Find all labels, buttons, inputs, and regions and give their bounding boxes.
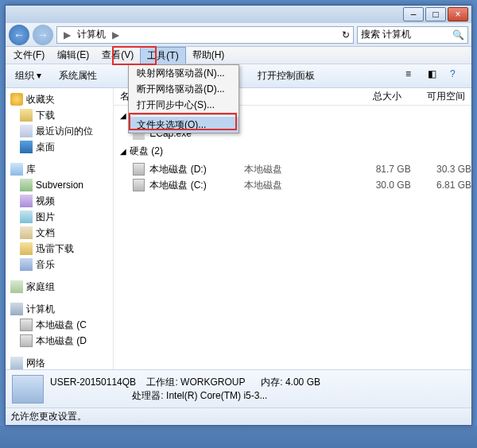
sidebar-item[interactable]: 库: [6, 161, 113, 177]
ic-dl-icon: [20, 242, 33, 255]
breadcrumb-sep-icon: ▶: [64, 29, 71, 41]
collapse-icon: ◢: [120, 111, 126, 120]
col-free[interactable]: 可用空间: [408, 90, 471, 103]
maximize-button[interactable]: □: [425, 7, 446, 21]
sidebar-item[interactable]: 计算机: [6, 301, 113, 317]
computer-thumb-icon: [12, 375, 44, 404]
ic-star-icon: [10, 93, 23, 106]
menu-open-sync-center[interactable]: 打开同步中心(S)...: [129, 97, 238, 113]
title-bar[interactable]: – □ ×: [6, 6, 471, 23]
memory-value: 4.00 GB: [285, 377, 320, 388]
help-icon[interactable]: ?: [449, 68, 467, 85]
address-row: ← → ▶ 计算机 ▶ ↻ 搜索 计算机 🔍: [6, 23, 471, 47]
view-options-icon[interactable]: ≡: [405, 68, 422, 85]
sidebar-item-label: 图片: [36, 210, 55, 224]
memory-label: 内存:: [261, 377, 282, 388]
sidebar-item[interactable]: 桌面: [6, 139, 113, 155]
menu-separator: [132, 114, 235, 115]
menu-help[interactable]: 帮助(H): [186, 47, 231, 64]
list-item[interactable]: 本地磁盘 (D:)本地磁盘81.7 GB30.3 GB: [114, 161, 471, 177]
menu-folder-options[interactable]: 文件夹选项(O)...: [129, 117, 238, 133]
cpu-label: 处理器:: [132, 390, 163, 401]
ic-lib-icon: [10, 163, 23, 176]
back-button[interactable]: ←: [9, 25, 29, 45]
sidebar-item[interactable]: 网络: [6, 355, 113, 369]
sidebar-item-label: Subversion: [36, 180, 83, 191]
forward-button[interactable]: →: [33, 25, 53, 45]
close-button[interactable]: ×: [448, 7, 468, 21]
details-name: USER-20150114QB: [50, 377, 136, 388]
menu-map-network-drive[interactable]: 映射网络驱动器(N)...: [129, 65, 238, 81]
menu-file[interactable]: 文件(F): [7, 47, 51, 64]
ic-home-icon: [10, 280, 23, 293]
item-size: 81.7 GB: [335, 164, 410, 175]
sidebar-item[interactable]: 本地磁盘 (C: [6, 317, 113, 333]
ic-drive-icon: [20, 319, 33, 331]
sidebar-item-label: 下载: [36, 109, 55, 122]
group-header[interactable]: ◢硬盘 (2): [114, 141, 471, 161]
sidebar-item[interactable]: 最近访问的位: [6, 123, 113, 139]
preview-pane-icon[interactable]: ◧: [427, 68, 444, 85]
taskbar-blur: [0, 426, 477, 448]
menu-edit[interactable]: 编辑(E): [51, 47, 95, 64]
group-title: 硬盘 (2): [130, 145, 163, 158]
workgroup-value: WORKGROUP: [180, 377, 245, 388]
status-bar: 允许您更改设置。: [6, 407, 471, 425]
ic-pic-icon: [20, 210, 33, 223]
sidebar-item[interactable]: 迅雷下载: [6, 241, 113, 257]
navigation-pane[interactable]: 收藏夹下载最近访问的位桌面库Subversion视频图片文档迅雷下载音乐家庭组计…: [6, 88, 114, 369]
ic-mus-icon: [20, 258, 33, 271]
sidebar-item[interactable]: 文档: [6, 225, 113, 241]
sidebar-item[interactable]: Subversion: [6, 177, 113, 193]
sidebar-item[interactable]: 收藏夹: [6, 91, 113, 107]
ic-net-icon: [10, 357, 23, 369]
sidebar-item-label: 收藏夹: [26, 93, 55, 106]
ic-doc-icon: [20, 226, 33, 239]
sidebar-item[interactable]: 图片: [6, 209, 113, 225]
organize-button[interactable]: 组织 ▾: [10, 68, 46, 84]
sidebar-item[interactable]: 音乐: [6, 257, 113, 272]
item-size: 30.0 GB: [335, 180, 410, 191]
address-bar[interactable]: ▶ 计算机 ▶ ↻: [56, 26, 354, 44]
ic-dl-icon: [20, 109, 33, 122]
sidebar-item-label: 桌面: [36, 141, 55, 154]
col-size[interactable]: 总大小: [328, 90, 408, 103]
ic-comp-icon: [10, 303, 23, 315]
sidebar-item[interactable]: 下载: [6, 107, 113, 123]
details-pane: USER-20150114QB 工作组: WORKGROUP 内存: 4.00 …: [6, 369, 471, 407]
tools-menu-dropdown: 映射网络驱动器(N)... 断开网络驱动器(D)... 打开同步中心(S)...…: [128, 64, 239, 133]
sidebar-item-label: 本地磁盘 (D: [36, 334, 87, 348]
ic-svn-icon: [20, 179, 33, 191]
control-panel-button[interactable]: 打开控制面板: [253, 68, 320, 84]
sidebar-item[interactable]: 视频: [6, 193, 113, 209]
search-icon: 🔍: [452, 29, 464, 41]
item-free: 6.81 GB: [411, 180, 471, 191]
workgroup-label: 工作组:: [146, 377, 177, 388]
drive-icon: [133, 163, 145, 176]
search-placeholder: 搜索 计算机: [361, 28, 411, 41]
list-item[interactable]: 本地磁盘 (C:)本地磁盘30.0 GB6.81 GB: [114, 177, 471, 193]
sidebar-item-label: 库: [26, 163, 36, 176]
breadcrumb-sep-icon: ▶: [112, 29, 119, 41]
sidebar-item-label: 本地磁盘 (C: [36, 319, 87, 332]
item-name: 本地磁盘 (C:): [149, 179, 243, 192]
sidebar-item-label: 家庭组: [26, 280, 55, 294]
ic-desk-icon: [20, 141, 33, 153]
minimize-button[interactable]: –: [403, 7, 424, 21]
status-text: 允许您更改设置。: [10, 410, 87, 423]
drive-icon: [133, 179, 145, 191]
sidebar-item[interactable]: 本地磁盘 (D: [6, 333, 113, 349]
menu-bar: 文件(F) 编辑(E) 查看(V) 工具(T) 帮助(H): [6, 47, 471, 64]
collapse-icon: ◢: [120, 147, 126, 156]
search-input[interactable]: 搜索 计算机 🔍: [357, 26, 468, 44]
menu-tools[interactable]: 工具(T): [140, 47, 185, 64]
ic-recent-icon: [20, 125, 33, 137]
refresh-icon[interactable]: ↻: [342, 29, 350, 41]
sidebar-item[interactable]: 家庭组: [6, 279, 113, 295]
sidebar-item-label: 计算机: [26, 303, 55, 316]
menu-view[interactable]: 查看(V): [95, 47, 140, 64]
menu-disconnect-network-drive[interactable]: 断开网络驱动器(D)...: [129, 81, 238, 97]
system-properties-button[interactable]: 系统属性: [54, 68, 102, 84]
explorer-window: – □ × ← → ▶ 计算机 ▶ ↻ 搜索 计算机 🔍 文件(F) 编辑(E)…: [5, 5, 472, 426]
breadcrumb-root[interactable]: 计算机: [74, 28, 109, 41]
